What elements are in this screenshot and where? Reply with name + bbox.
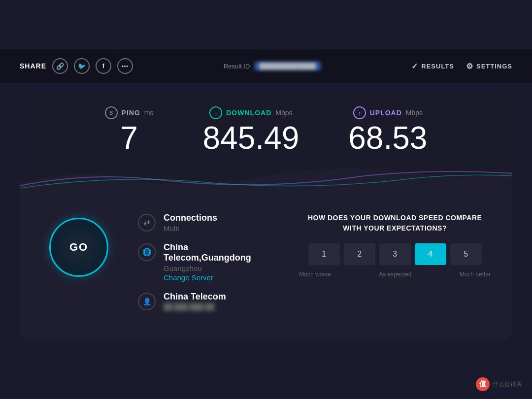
download-value: 845.49 — [203, 122, 299, 154]
settings-label: SETTINGS — [476, 63, 512, 70]
connections-value: Multi — [164, 224, 217, 233]
ping-icon: S — [105, 106, 118, 119]
user-content: China Telecom ██.███.███.██ — [164, 292, 226, 310]
rating-btn-4[interactable]: 4 — [415, 243, 446, 265]
watermark: 值 什么值得买 — [476, 377, 522, 391]
location: Guangzhou — [164, 264, 277, 272]
ping-metric: S PING ms 7 — [105, 106, 154, 154]
link-icon[interactable]: 🔗 — [52, 58, 68, 74]
connections-label: Connections — [164, 213, 217, 223]
facebook-icon[interactable]: f — [96, 58, 111, 74]
upload-icon: ↑ — [353, 106, 366, 119]
watermark-text: 什么值得买 — [493, 380, 522, 389]
download-icon: ↓ — [209, 106, 222, 119]
more-icon[interactable]: ••• — [117, 58, 133, 74]
results-nav-item[interactable]: ✓ RESULTS — [411, 62, 454, 71]
top-bar: SHARE 🔗 🐦 f ••• Result ID ████████████ ✓… — [0, 49, 532, 83]
rating-btn-5[interactable]: 5 — [450, 243, 482, 265]
download-label: DOWNLOAD — [226, 109, 271, 117]
go-button-wrap: GO — [39, 208, 118, 287]
settings-gear-icon: ⚙ — [466, 62, 473, 71]
user-label: China Telecom — [164, 292, 226, 302]
rating-btn-3[interactable]: 3 — [379, 243, 411, 265]
download-unit: Mbps — [275, 109, 292, 117]
upload-value: 68.53 — [348, 122, 427, 154]
rating-btn-2[interactable]: 2 — [344, 243, 375, 265]
user-icon: 👤 — [138, 293, 156, 310]
download-metric: ↓ DOWNLOAD Mbps 845.49 — [203, 106, 299, 154]
watermark-icon: 值 — [476, 377, 490, 391]
result-id-label: Result ID — [224, 63, 250, 70]
server-row: 🌐 China Telecom,Guangdong Guangzhou Chan… — [138, 242, 277, 282]
go-button[interactable]: GO — [49, 218, 108, 277]
change-server-link[interactable]: Change Server — [164, 273, 277, 282]
ping-unit: ms — [144, 109, 154, 117]
user-id: ██.███.███.██ — [164, 303, 226, 310]
right-nav: ✓ RESULTS ⚙ SETTINGS — [411, 62, 512, 71]
settings-nav-item[interactable]: ⚙ SETTINGS — [466, 62, 512, 71]
comparison-question: HOW DOES YOUR DOWNLOAD SPEED COMPAREWITH… — [297, 213, 493, 233]
connections-row: ⇄ Connections Multi — [138, 213, 277, 233]
results-check-icon: ✓ — [411, 62, 418, 71]
upload-metric: ↑ UPLOAD Mbps 68.53 — [348, 106, 427, 154]
main-card: S PING ms 7 ↓ DOWNLOAD Mbps 845.49 ↑ UPL… — [20, 93, 512, 340]
result-id-value: ████████████ — [255, 62, 321, 70]
go-label: GO — [69, 241, 88, 254]
label-as-expected: As expected — [379, 271, 411, 278]
isp-name: China Telecom,Guangdong — [164, 242, 277, 263]
connections-icon: ⇄ — [138, 214, 156, 232]
server-info: ⇄ Connections Multi 🌐 China Telecom,Guan… — [138, 208, 277, 320]
comparison-section: HOW DOES YOUR DOWNLOAD SPEED COMPAREWITH… — [297, 208, 493, 278]
share-label: SHARE — [20, 62, 46, 70]
label-much-worse: Much worse — [299, 271, 331, 278]
results-label: RESULTS — [421, 63, 454, 70]
rating-labels: Much worse As expected Much better — [297, 271, 493, 278]
ping-label: PING — [122, 109, 140, 117]
server-content: China Telecom,Guangdong Guangzhou Change… — [164, 242, 277, 282]
share-section: SHARE 🔗 🐦 f ••• — [20, 58, 133, 74]
result-id-section: Result ID ████████████ — [224, 62, 321, 70]
rating-row: 1 2 3 4 5 — [297, 243, 493, 265]
twitter-icon[interactable]: 🐦 — [74, 58, 90, 74]
upload-label: UPLOAD — [370, 109, 402, 117]
metrics-bar: S PING ms 7 ↓ DOWNLOAD Mbps 845.49 ↑ UPL… — [20, 93, 512, 164]
rating-btn-1[interactable]: 1 — [308, 243, 340, 265]
ping-value: 7 — [105, 122, 154, 154]
server-globe-icon: 🌐 — [138, 243, 156, 261]
bottom-section: GO ⇄ Connections Multi 🌐 China Telecom,G… — [20, 193, 512, 340]
label-much-better: Much better — [460, 271, 491, 278]
connections-content: Connections Multi — [164, 213, 217, 233]
upload-unit: Mbps — [406, 109, 423, 117]
user-row: 👤 China Telecom ██.███.███.██ — [138, 292, 277, 310]
wave-divider — [20, 164, 512, 193]
